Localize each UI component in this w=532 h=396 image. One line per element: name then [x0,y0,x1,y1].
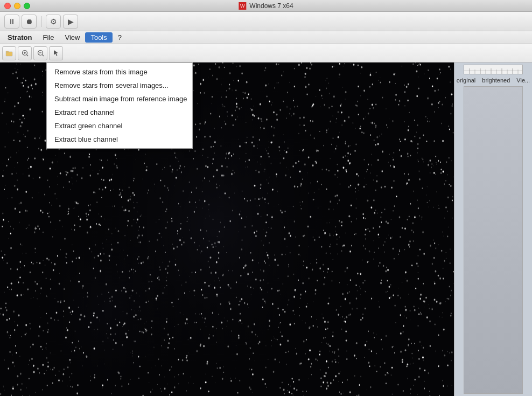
menu-remove-stars-several[interactable]: Remove stars from several images... [47,79,192,92]
maximize-button[interactable] [24,3,30,9]
svg-rect-10 [464,65,523,74]
menu-extract-red[interactable]: Extract red channel [47,106,192,119]
right-panel: original brightened Vie... [454,62,532,396]
cursor-icon [53,50,60,57]
record-button[interactable]: ⏺ [22,15,37,29]
menu-extract-green[interactable]: Extract green channel [47,119,192,133]
menu-remove-stars-this[interactable]: Remove stars from this image [47,65,192,79]
brightened-label[interactable]: brightened [480,77,512,84]
zoom-in-button[interactable] [18,46,32,60]
cursor-button[interactable] [49,46,63,60]
inner-window: Straton File View Tools ? [0,31,532,396]
zoom-out-icon [37,50,44,57]
original-label[interactable]: original [455,77,477,84]
toolbar-separator [41,16,41,27]
settings-button[interactable]: ⚙ [46,15,61,29]
svg-line-8 [42,55,44,57]
menu-subtract-main-image[interactable]: Subtract main image from reference image [47,92,192,106]
window-title: W Windows 7 x64 [239,2,293,10]
svg-marker-9 [54,50,58,56]
minimize-button[interactable] [14,3,20,9]
ruler-svg [464,65,523,74]
menu-tools[interactable]: Tools [85,32,112,43]
folder-icon [5,50,13,57]
app-title: Straton [2,32,38,43]
pause-button[interactable]: ⏸ [4,15,19,29]
menu-extract-blue[interactable]: Extract blue channel [47,133,192,146]
app-window: Straton File View Tools ? [0,31,532,396]
inner-toolbar [0,44,532,62]
menu-file[interactable]: File [38,32,60,43]
zoom-in-icon [22,50,29,57]
svg-line-5 [26,55,28,57]
close-button[interactable] [4,3,11,9]
outer-toolbar: ⏸ ⏺ ⚙ ▶ [0,12,532,31]
menu-view[interactable]: View [59,32,85,43]
panel-image-area [464,86,523,394]
ruler [464,65,523,74]
tools-dropdown-menu: Remove stars from this image Remove star… [46,62,193,149]
menu-help[interactable]: ? [113,32,127,43]
menu-bar: Straton File View Tools ? [0,31,532,44]
arrow-button[interactable]: ▶ [63,15,78,29]
view-label[interactable]: Vie... [515,77,531,84]
panel-labels: original brightened Vie... [455,77,531,84]
title-bar: W Windows 7 x64 [0,0,532,12]
window-icon: W [239,2,246,10]
open-folder-button[interactable] [2,46,16,60]
traffic-lights [4,3,30,9]
svg-rect-1 [6,51,9,52]
zoom-out-button[interactable] [33,46,47,60]
